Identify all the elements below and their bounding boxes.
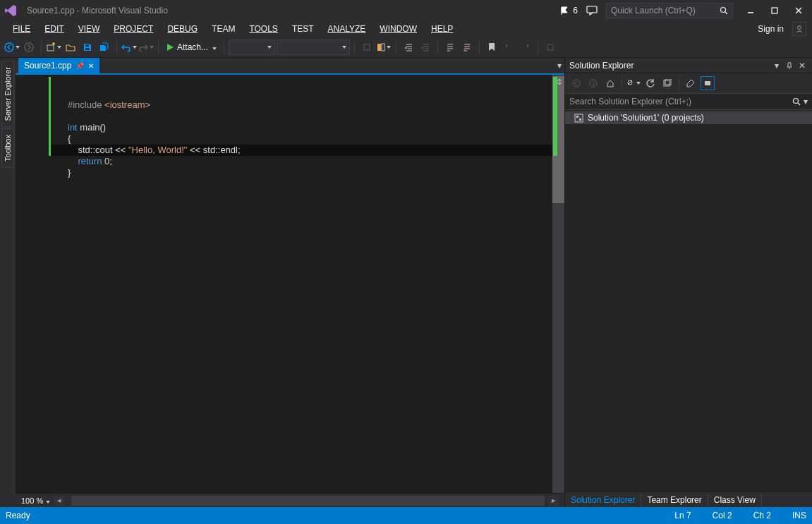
split-editor-icon[interactable] (555, 77, 564, 87)
hscroll-right-button[interactable]: ▸ (549, 496, 559, 506)
new-project-button[interactable] (46, 39, 61, 55)
close-tab-icon[interactable]: ✕ (88, 62, 94, 70)
menu-file[interactable]: FILE (6, 23, 37, 35)
status-ch: Ch 2 (753, 511, 771, 520)
status-col: Col 2 (713, 511, 732, 520)
collapse-all-button[interactable] (660, 76, 674, 90)
next-bookmark-button[interactable] (518, 39, 533, 55)
solution-platform-combo[interactable] (277, 39, 350, 55)
server-explorer-tab[interactable]: Server Explorer (1, 61, 14, 127)
solution-explorer-panel: Solution Explorer ▾ ✕ Search Solution Ex… (565, 58, 812, 507)
horizontal-scrollbar[interactable] (71, 496, 545, 506)
notifications-indicator[interactable]: 6 (559, 5, 578, 16)
menu-project[interactable]: PROJECT (107, 23, 160, 35)
comment-button[interactable] (442, 39, 458, 55)
svg-line-26 (798, 103, 800, 105)
status-ready: Ready (6, 511, 653, 520)
panel-options-dropdown[interactable]: ▾ (771, 60, 782, 71)
menu-debug[interactable]: DEBUG (160, 23, 205, 35)
toolbar-btn-2[interactable] (376, 39, 392, 55)
overview-change-marker (553, 77, 557, 156)
quick-launch-placeholder: Quick Launch (Ctrl+Q) (611, 6, 720, 16)
pin-panel-icon[interactable] (784, 60, 795, 71)
outdent-button[interactable] (401, 39, 416, 55)
nav-back-button[interactable] (4, 39, 20, 55)
main-toolbar: Attach... (0, 37, 812, 58)
svg-point-9 (25, 43, 33, 51)
panel-forward-button[interactable] (586, 76, 600, 90)
solution-config-combo[interactable] (229, 39, 275, 55)
svg-rect-23 (665, 79, 671, 85)
svg-rect-0 (587, 6, 597, 13)
notification-count: 6 (573, 6, 578, 16)
preview-toggle[interactable] (701, 76, 715, 90)
nav-forward-button[interactable] (21, 39, 37, 55)
svg-rect-27 (575, 114, 583, 122)
solution-root-label: Solution 'Solution1' (0 projects) (588, 113, 704, 123)
panel-title: Solution Explorer (569, 61, 770, 71)
menu-edit[interactable]: EDIT (37, 23, 71, 35)
save-button[interactable] (80, 39, 95, 55)
editor-gutter: − (16, 75, 51, 493)
code-editor[interactable]: #include <iostream> int main() { std::co… (51, 75, 552, 493)
menu-analyze[interactable]: ANALYZE (321, 23, 373, 35)
prev-bookmark-button[interactable] (501, 39, 516, 55)
menu-window[interactable]: WINDOW (372, 23, 424, 35)
panel-tab-solution-explorer[interactable]: Solution Explorer (565, 494, 641, 506)
start-debug-button[interactable]: Attach... (163, 39, 219, 55)
close-button[interactable] (787, 1, 811, 20)
user-profile-icon[interactable] (792, 22, 806, 36)
bookmark-button[interactable] (484, 39, 499, 55)
zoom-level[interactable]: 100 % (21, 496, 50, 505)
uncomment-button[interactable] (459, 39, 475, 55)
menu-test[interactable]: TEST (285, 23, 321, 35)
svg-rect-28 (576, 116, 578, 118)
svg-point-19 (590, 80, 597, 87)
solution-search-placeholder: Search Solution Explorer (Ctrl+;) (569, 97, 792, 106)
open-file-button[interactable] (63, 39, 78, 55)
chevron-down-icon[interactable]: ▾ (804, 97, 808, 106)
indent-button[interactable] (418, 39, 433, 55)
play-icon (166, 43, 174, 51)
refresh-button[interactable] (643, 76, 658, 90)
status-line: Ln 7 (674, 511, 691, 520)
save-all-button[interactable] (97, 39, 112, 55)
solution-root-node[interactable]: Solution 'Solution1' (0 projects) (565, 111, 812, 124)
panel-tab-team-explorer[interactable]: Team Explorer (641, 494, 708, 506)
code-content: #include <iostream> int main() { std::co… (68, 99, 552, 178)
undo-button[interactable] (121, 39, 137, 55)
toolbar-overflow-button[interactable] (543, 39, 558, 55)
svg-rect-22 (664, 80, 669, 86)
document-tab-active[interactable]: Source1.cpp 📌 ✕ (18, 58, 99, 73)
menu-help[interactable]: HELP (424, 23, 460, 35)
right-panel-tabs: Solution Explorer Team Explorer Class Vi… (565, 492, 812, 507)
home-button[interactable] (603, 76, 617, 90)
feedback-icon[interactable] (586, 5, 598, 16)
solution-search-box[interactable]: Search Solution Explorer (Ctrl+;) ▾ (565, 93, 812, 110)
menu-team[interactable]: TEAM (205, 23, 242, 35)
close-panel-icon[interactable]: ✕ (796, 60, 808, 71)
solution-tree[interactable]: Solution 'Solution1' (0 projects) (565, 110, 812, 492)
menu-tools[interactable]: TOOLS (242, 23, 284, 35)
hscroll-left-button[interactable]: ◂ (54, 496, 64, 506)
svg-rect-11 (85, 44, 89, 47)
menu-view[interactable]: VIEW (71, 23, 107, 35)
panel-tab-class-view[interactable]: Class View (708, 494, 762, 506)
main-area: Server Explorer Toolbox Source1.cpp 📌 ✕ … (0, 58, 812, 507)
properties-button[interactable] (684, 76, 698, 90)
editor-area: Source1.cpp 📌 ✕ ▾ − #include <iostream> … (16, 58, 565, 507)
scope-dropdown[interactable] (626, 76, 641, 90)
maximize-button[interactable] (763, 1, 787, 20)
tab-list-dropdown[interactable]: ▾ (557, 61, 562, 71)
panel-back-button[interactable] (569, 76, 583, 90)
redo-button[interactable] (138, 39, 154, 55)
pin-icon[interactable]: 📌 (75, 62, 84, 70)
toolbar-btn-1[interactable] (359, 39, 375, 55)
svg-rect-13 (364, 44, 370, 50)
toolbox-tab[interactable]: Toolbox (1, 128, 14, 168)
sign-in-link[interactable]: Sign in (752, 23, 789, 35)
menubar: FILE EDIT VIEW PROJECT DEBUG TEAM TOOLS … (0, 21, 812, 37)
quick-launch-box[interactable]: Quick Launch (Ctrl+Q) (606, 3, 733, 18)
document-tab-filename: Source1.cpp (24, 61, 71, 71)
minimize-button[interactable] (739, 1, 763, 20)
